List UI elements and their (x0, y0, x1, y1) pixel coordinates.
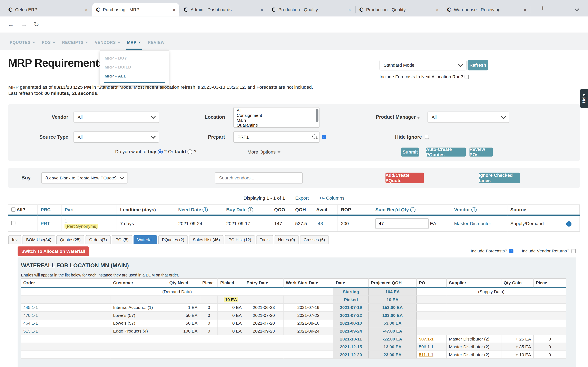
browser-tab[interactable]: C Admin - Dashboards × (180, 3, 267, 17)
location-option[interactable]: Consignment (237, 113, 316, 118)
part-header[interactable]: Part (61, 205, 117, 215)
po-link[interactable]: 506.1-1 (419, 345, 434, 349)
need-date-header[interactable]: Need Datei (175, 205, 223, 215)
row-info-icon[interactable]: i (566, 221, 571, 226)
product-manager-select[interactable]: All (428, 111, 509, 123)
tab-orders[interactable]: Orders(7) (86, 235, 111, 244)
tab-waterfall[interactable]: Waterfall (134, 235, 157, 244)
buy-radio[interactable] (158, 149, 163, 154)
prc-header[interactable]: PRC (38, 205, 61, 215)
select-all-checkbox[interactable] (11, 208, 15, 212)
nav-receipts[interactable]: RECEIPTS (61, 40, 89, 50)
po-link[interactable]: 507.1-1 (419, 337, 434, 341)
chevron-down-icon (277, 151, 281, 153)
ignore-checked-lines-button[interactable]: Ignore Checked Lines (479, 173, 520, 183)
menu-item-mrp-buy[interactable]: MRP - BUY (100, 54, 169, 63)
info-icon[interactable]: i (203, 207, 208, 212)
build-radio[interactable] (187, 149, 192, 154)
order-link[interactable]: 445.1-1 (23, 305, 38, 310)
reload-icon[interactable]: ↻ (34, 21, 39, 29)
include-vendor-returns-checkbox[interactable] (571, 249, 576, 253)
avail-link[interactable]: -48 (316, 221, 323, 226)
search-icon[interactable] (312, 134, 316, 138)
tab-tools[interactable]: Tools (256, 235, 273, 244)
browser-tab[interactable]: C Production - Quality × (355, 3, 442, 17)
prcpart-input[interactable] (233, 132, 319, 143)
vendor-select[interactable]: All (73, 111, 159, 123)
help-tab[interactable]: Help (580, 89, 588, 108)
tab-separator (180, 6, 180, 13)
info-icon[interactable]: i (248, 207, 253, 212)
piece-header: Piece (200, 278, 218, 287)
columns-link[interactable]: +/- Columns (319, 196, 345, 201)
browser-tab[interactable]: C Cetec ERP × (4, 3, 91, 17)
nav-vendors[interactable]: VENDORS (94, 40, 121, 50)
browser-tab[interactable]: C Warehouse - Receiving × (443, 3, 530, 17)
browser-tab-active[interactable]: C Purchasing - MRP × (92, 3, 179, 17)
order-link[interactable]: 513.1-1 (23, 329, 38, 333)
menu-item-mrp-all[interactable]: MRP - ALL (100, 72, 169, 81)
location-option[interactable]: Quarantine (237, 123, 316, 128)
order-link[interactable]: 464.1-1 (23, 321, 38, 325)
info-icon[interactable]: i (472, 207, 477, 212)
sum-req-qty-header[interactable]: Sum Req'd Qtyi (372, 205, 451, 215)
buy-date-header[interactable]: Buy Datei (223, 205, 271, 215)
menu-item-mrp-build[interactable]: MRP - BUILD (100, 63, 169, 72)
auto-create-pquotes-button[interactable]: Auto-Create PQuotes (426, 148, 466, 157)
pquote-select[interactable]: (Leave Blank to Create New PQuote) (41, 172, 128, 184)
review-pos-button[interactable]: Review POs (470, 148, 493, 157)
tab-bom-use[interactable]: BOM Use(34) (22, 235, 55, 244)
tab-pquotes[interactable]: PQuotes (2) (158, 235, 188, 244)
location-scrollbar-thumb[interactable] (316, 109, 318, 122)
submit-button[interactable]: Submit (401, 148, 419, 157)
vendor-link[interactable]: Master Distributor (454, 221, 491, 226)
tab-close-icon[interactable]: × (85, 7, 88, 13)
tab-close-icon[interactable]: × (173, 7, 176, 13)
po-link[interactable]: 511.1-1 (419, 352, 433, 357)
order-link[interactable]: 470.1-1 (23, 313, 38, 318)
nav-review[interactable]: REVIEW (147, 40, 165, 50)
refresh-button[interactable]: Refresh (467, 60, 488, 70)
prc-link[interactable]: PRT (41, 221, 50, 226)
sum-req-qty-input[interactable] (375, 218, 429, 229)
tab-sales-hist[interactable]: Sales Hist (46) (189, 235, 224, 244)
tab-inv[interactable]: Inv (8, 235, 21, 244)
add-create-pquote-button[interactable]: Add/Create PQuote (385, 173, 424, 183)
vendor-search-input[interactable] (215, 172, 303, 184)
tab-close-icon[interactable]: × (348, 7, 351, 13)
location-option[interactable]: Main (237, 118, 316, 123)
tab-search-chevron-icon[interactable] (575, 5, 579, 12)
vendor-select-value: All (78, 115, 83, 120)
tab-po-hist[interactable]: PO Hist (12) (225, 235, 255, 244)
more-options-toggle[interactable]: More Options (247, 150, 281, 155)
tab-close-icon[interactable]: × (260, 7, 263, 13)
prcpart-exact-checkbox[interactable] (322, 135, 326, 139)
results-line: Displaying 1 - 1 of 1 Export +/- Columns (0, 196, 588, 201)
tab-quotes[interactable]: Quotes(25) (56, 235, 84, 244)
tab-crosses[interactable]: Crosses (6) (300, 235, 329, 244)
include-forecasts-checkbox[interactable] (509, 249, 513, 253)
info-icon[interactable]: i (410, 207, 416, 212)
location-multiselect[interactable]: All Consignment Main Quarantine (233, 107, 319, 128)
browser-tab[interactable]: C Production - Quality × (268, 3, 355, 17)
tab-close-icon[interactable]: × (436, 7, 439, 13)
row-checkbox[interactable] (11, 221, 15, 225)
new-tab-button[interactable]: + (541, 4, 545, 12)
switch-allocation-waterfall-button[interactable]: Switch To Allocation Waterfall (17, 247, 89, 256)
tab-pos[interactable]: POs(5) (112, 235, 132, 244)
location-option[interactable]: All (237, 108, 316, 113)
forecast-allocation-checkbox[interactable] (465, 75, 468, 79)
vendor-header[interactable]: Vendori (451, 205, 507, 215)
nav-pquotes[interactable]: PQUOTES (9, 40, 36, 50)
part-link[interactable]: 1 (65, 218, 114, 224)
hide-ignore-checkbox[interactable] (425, 135, 429, 139)
export-link[interactable]: Export (295, 196, 309, 201)
nav-mrp[interactable]: MRP (126, 40, 142, 50)
tab-close-icon[interactable]: × (524, 7, 527, 13)
tab-notes[interactable]: Notes (0) (274, 235, 299, 244)
source-type-select[interactable]: All (73, 132, 159, 143)
back-icon[interactable]: ← (8, 21, 14, 29)
mode-select[interactable]: Standard Mode (380, 60, 467, 70)
nav-pos[interactable]: POS (41, 40, 56, 50)
part-synonyms-note[interactable]: (Part Synonyms) (65, 224, 98, 228)
